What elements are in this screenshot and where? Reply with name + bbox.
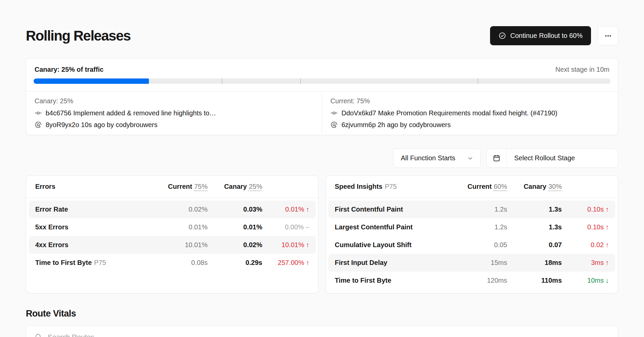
metric-name: Time to First Byte [335, 277, 457, 284]
speed-card-title: Speed InsightsP75 [335, 183, 457, 190]
canary-deployment-text: 8yoR9yx2o 10s ago by codybrouwers [46, 120, 158, 129]
page-title: Rolling Releases [26, 28, 130, 44]
metric-name: Cumulative Layout Shift [335, 241, 457, 249]
metric-name: Largest Contentful Paint [335, 223, 457, 231]
metric-current-value: 15ms [457, 259, 507, 267]
errors-card-header: Errors Current75% Canary25% [26, 176, 318, 198]
progress-stage-divider [222, 78, 222, 84]
canary-percent-label: Canary: 25% [35, 97, 313, 105]
progress-stage-divider [300, 78, 301, 84]
canary-commit-row[interactable]: b4c6756 Implement added & removed line h… [35, 109, 313, 117]
metric-name: First Contentful Paint [335, 206, 457, 213]
speed-insights-card: Speed InsightsP75 Current60% Canary30% F… [325, 175, 618, 293]
canary-percent-value: 30% [548, 183, 562, 190]
route-vitals-card [26, 325, 618, 337]
metric-delta: 0.10s↑ [562, 223, 609, 231]
metric-delta: 10.01%↑ [262, 241, 309, 249]
metric-current-value: 1.2s [457, 223, 507, 231]
canary-commit-text: b4c6756 Implement added & removed line h… [46, 109, 216, 117]
search-routes-input[interactable] [48, 333, 249, 337]
delta-arrow-icon: ↑ [605, 223, 609, 231]
metric-current-value: 10.01% [157, 241, 208, 249]
current-column-header: Current60% [457, 183, 507, 190]
metric-canary-value: 1.3s [507, 206, 562, 213]
canary-deployment-row[interactable]: 8yoR9yx2o 10s ago by codybrouwers [35, 120, 313, 129]
metric-row: First Contentful Paint 1.2s 1.3s 0.10s↑ [328, 201, 615, 218]
progress-stage-divider [478, 78, 478, 84]
canary-info-column: Canary: 25% b4c6756 Implement added & re… [26, 92, 322, 134]
metric-delta: 0.00%– [262, 223, 309, 231]
current-percent-value: 60% [494, 183, 507, 190]
errors-card: Errors Current75% Canary25% Error Rate 0… [26, 175, 319, 293]
metrics-cards-row: Errors Current75% Canary25% Error Rate 0… [26, 175, 618, 293]
metric-name: 5xx Errors [35, 223, 157, 231]
metric-current-value: 120ms [457, 277, 507, 284]
rollout-stage-picker[interactable]: Select Rollout Stage [486, 149, 618, 168]
metric-name: Time to First ByteP75 [35, 259, 157, 267]
metric-row: Time to First ByteP75 0.08s 0.29s 257.00… [29, 254, 316, 272]
delta-arrow-icon: ↑ [605, 241, 609, 249]
more-options-button[interactable] [598, 26, 618, 45]
metric-row: Time to First Byte 120ms 110ms 10ms↓ [328, 272, 615, 289]
current-percent-value: 75% [194, 183, 208, 190]
metric-canary-value: 0.02% [208, 241, 262, 249]
next-stage-label: Next stage in 10m [555, 66, 609, 73]
calendar-icon-button[interactable] [487, 149, 507, 167]
rollout-progress-fill [34, 78, 149, 84]
delta-arrow-icon: ↑ [306, 241, 309, 249]
function-starts-label: All Function Starts [401, 154, 455, 162]
canary-rollout-card: Canary: 25% of traffic Next stage in 10m… [26, 58, 618, 135]
metric-current-value: 0.01% [157, 223, 208, 231]
header-actions: Continue Rollout to 60% [490, 26, 618, 45]
current-percent-label: Current: 75% [330, 97, 609, 105]
ellipsis-icon [604, 32, 612, 40]
metric-row: 4xx Errors 10.01% 0.02% 10.01%↑ [29, 236, 316, 254]
metric-canary-value: 0.07 [507, 241, 562, 249]
function-starts-dropdown[interactable]: All Function Starts [393, 149, 481, 168]
current-commit-text: DdoVx6kd7 Make Promotion Requirements mo… [341, 109, 557, 117]
git-commit-icon [35, 109, 42, 117]
metric-canary-value: 18ms [507, 259, 562, 267]
calendar-icon [493, 154, 500, 162]
delta-arrow-icon: ↑ [605, 206, 609, 213]
delta-arrow-icon: – [306, 223, 309, 231]
metric-delta: 257.00%↑ [262, 259, 309, 267]
metric-current-value: 0.05 [457, 241, 507, 249]
errors-rows: Error Rate 0.02% 0.03% 0.01%↑ 5xx Errors… [26, 198, 318, 274]
metric-canary-value: 1.3s [507, 223, 562, 231]
metric-name: First Input Delay [335, 259, 457, 267]
metric-canary-value: 0.03% [208, 206, 262, 213]
current-commit-row[interactable]: DdoVx6kd7 Make Promotion Requirements mo… [330, 109, 609, 117]
delta-arrow-icon: ↑ [306, 259, 309, 267]
delta-arrow-icon: ↑ [605, 259, 609, 267]
filters-row: All Function Starts Select Rollout Stage [26, 149, 618, 168]
current-info-column: Current: 75% DdoVx6kd7 Make Promotion Re… [322, 92, 618, 134]
rollout-progress-bar [34, 78, 610, 84]
chevron-down-icon [467, 155, 474, 162]
continue-rollout-button[interactable]: Continue Rollout to 60% [490, 26, 591, 45]
metric-name: Error Rate [35, 206, 157, 213]
delta-arrow-icon: ↑ [306, 206, 309, 213]
current-deployment-row[interactable]: 6zjvumm6p 2h ago by codybrouwers [330, 120, 609, 129]
canary-column-header: Canary30% [507, 183, 562, 190]
canary-traffic-title: Canary: 25% of traffic [35, 66, 104, 73]
metric-delta: 10ms↓ [562, 277, 609, 284]
git-commit-icon [330, 109, 338, 117]
speed-insights-rows: First Contentful Paint 1.2s 1.3s 0.10s↑ … [326, 198, 618, 292]
canary-column-header: Canary25% [208, 183, 262, 190]
canary-card-header: Canary: 25% of traffic Next stage in 10m [26, 58, 618, 73]
canary-current-split: Canary: 25% b4c6756 Implement added & re… [26, 91, 618, 134]
metric-row: Cumulative Layout Shift 0.05 0.07 0.02↑ [328, 236, 615, 254]
delta-arrow-icon: ↓ [605, 277, 609, 284]
page-header: Rolling Releases Continue Rollout to 60% [26, 26, 618, 45]
deployment-icon [330, 121, 338, 128]
metric-delta: 0.10s↑ [562, 206, 609, 213]
metric-row: Largest Contentful Paint 1.2s 1.3s 0.10s… [328, 218, 615, 236]
continue-rollout-label: Continue Rollout to 60% [510, 32, 583, 40]
search-routes-row [26, 326, 618, 337]
speed-card-header: Speed InsightsP75 Current60% Canary30% [326, 176, 618, 198]
route-vitals-title: Route Vitals [26, 308, 618, 319]
metric-canary-value: 110ms [507, 277, 562, 284]
canary-percent-value: 25% [249, 183, 262, 190]
metric-current-value: 0.02% [157, 206, 208, 213]
